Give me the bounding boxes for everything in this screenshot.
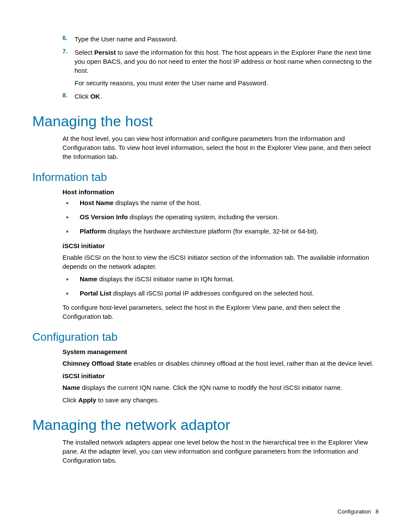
paragraph: The installed network adapters appear on… — [62, 438, 379, 465]
list-text: Type the User name and Password. — [75, 34, 379, 44]
text: . — [100, 93, 102, 100]
bullet-list: •Name displays the iSCSI initiator name … — [62, 274, 379, 299]
bold-text: Host Name — [80, 199, 113, 206]
list-text: Select Persist to save the information f… — [75, 48, 379, 87]
section-body: System management Chimney Offload State … — [32, 348, 379, 404]
text: Select — [75, 49, 94, 56]
bullet-icon: • — [62, 198, 80, 209]
bullet-icon: • — [62, 289, 80, 299]
bold-text: Platform — [80, 227, 106, 235]
text: to save any changes. — [96, 396, 159, 404]
ordered-list-item-8: 8. Click OK. — [32, 92, 379, 101]
page-footer: Configuration 8 — [338, 508, 379, 515]
sub-text: For security reasons, you must enter the… — [75, 78, 379, 87]
heading-information-tab: Information tab — [32, 171, 379, 184]
bold-text: Chimney Offload State — [62, 360, 132, 367]
ordered-list-item-7: 7. Select Persist to save the informatio… — [32, 48, 379, 87]
bold-text: Portal List — [80, 289, 111, 297]
label-iscsi-initiator: iSCSI initiator — [62, 372, 379, 380]
paragraph: Click Apply to save any changes. — [62, 395, 379, 404]
list-item: •Host Name displays the name of the host… — [62, 198, 379, 209]
list-item: •Platform displays the hardware architec… — [62, 227, 379, 237]
text: Click — [62, 396, 78, 404]
text: displays the hardware architecture platf… — [106, 227, 318, 235]
text: displays the current IQN name. Click the… — [80, 384, 342, 391]
text: displays the operating system, including… — [128, 213, 279, 221]
section-body: The installed network adapters appear on… — [32, 438, 379, 465]
bold-text: Persist — [94, 49, 116, 56]
ordered-list-item-6: 6. Type the User name and Password. — [32, 34, 379, 44]
list-item: •OS Version Info displays the operating … — [62, 212, 379, 223]
bold-text: Name — [62, 384, 80, 391]
bullet-list: •Host Name displays the name of the host… — [62, 198, 379, 238]
paragraph: Enable iSCSI on the host to view the iSC… — [62, 253, 379, 271]
list-item: •Portal List displays all iSCSI portal I… — [62, 289, 379, 299]
label-iscsi-initiator: iSCSI initiator — [62, 242, 379, 249]
bold-text: OK — [90, 93, 100, 100]
list-number: 8. — [62, 92, 75, 101]
heading-configuration-tab: Configuration tab — [32, 330, 379, 344]
text: Click — [75, 93, 90, 100]
section-body: Host information •Host Name displays the… — [32, 188, 379, 321]
heading-managing-host: Managing the host — [32, 113, 379, 130]
list-text: Click OK. — [75, 92, 379, 101]
bullet-icon: • — [62, 212, 80, 223]
bold-text: Apply — [78, 396, 97, 404]
text: to save the information for this host. T… — [75, 49, 372, 74]
page: 6. Type the User name and Password. 7. S… — [0, 0, 411, 532]
text: displays the name of the host. — [113, 199, 201, 206]
text: displays the iSCSI initiator name in IQN… — [97, 275, 234, 283]
list-item: •Name displays the iSCSI initiator name … — [62, 274, 379, 285]
paragraph: Name displays the current IQN name. Clic… — [62, 383, 379, 392]
footer-section: Configuration — [338, 508, 371, 515]
heading-managing-adaptor: Managing the network adaptor — [32, 417, 379, 433]
paragraph: At the host level, you can view host inf… — [62, 134, 379, 161]
list-number: 7. — [62, 48, 75, 87]
list-number: 6. — [62, 34, 75, 44]
label-system-management: System management — [62, 348, 379, 355]
footer-page-number: 8 — [376, 508, 379, 515]
bold-text: Name — [80, 275, 97, 283]
text: displays all iSCSI portal IP addresses c… — [111, 289, 314, 297]
bullet-icon: • — [62, 227, 80, 237]
bold-text: OS Version Info — [80, 213, 128, 221]
section-body: At the host level, you can view host inf… — [32, 134, 379, 161]
label-host-information: Host information — [62, 188, 379, 196]
text: enables or disables chimney offload at t… — [132, 360, 374, 367]
paragraph: Chimney Offload State enables or disable… — [62, 359, 379, 368]
bullet-icon: • — [62, 274, 80, 285]
paragraph: To configure host-level parameters, sele… — [62, 303, 379, 321]
